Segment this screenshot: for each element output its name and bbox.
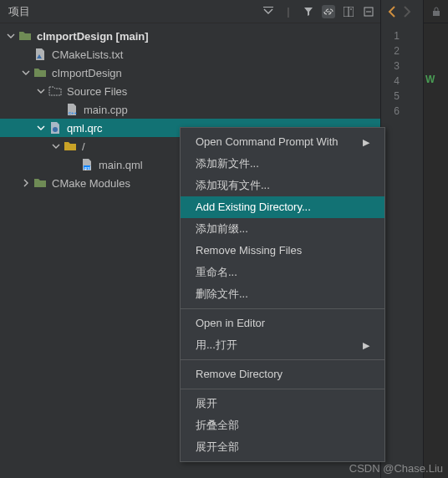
folder-icon — [64, 140, 77, 153]
menu-remove-directory[interactable]: Remove Directory — [181, 364, 384, 385]
cpp-file-icon: c++ — [65, 103, 79, 116]
chevron-right-icon[interactable] — [20, 177, 32, 189]
context-menu: Open Command Prompt With ▶ 添加新文件... 添加现有… — [180, 127, 385, 462]
tree-label: Source Files — [67, 85, 127, 98]
menu-delete-file[interactable]: 删除文件... — [181, 283, 384, 305]
tree-label: main.cpp — [84, 104, 128, 116]
project-folder-icon — [33, 66, 47, 79]
menu-open-in-editor[interactable]: Open in Editor — [181, 313, 384, 334]
project-folder-icon — [18, 29, 32, 43]
virtual-folder-icon — [48, 84, 62, 98]
code-area[interactable]: W — [423, 0, 448, 478]
editor-area: 1 2 3 4 5 6 W — [381, 0, 448, 478]
menu-rename[interactable]: 重命名... — [181, 262, 384, 283]
chevron-down-icon[interactable] — [35, 122, 47, 134]
menu-open-with[interactable]: 用...打开 ▶ — [181, 334, 384, 356]
chevron-right-icon: ▶ — [363, 131, 369, 153]
line-number: 6 — [381, 104, 406, 119]
menu-label: 折叠全部 — [196, 414, 239, 436]
filter-icon[interactable] — [302, 5, 315, 18]
menu-label: 删除文件... — [196, 283, 248, 305]
menu-label: Open in Editor — [196, 313, 265, 334]
menu-collapse-all[interactable]: 折叠全部 — [181, 414, 384, 436]
panel-header: 项目 | — [0, 0, 380, 23]
line-number: 3 — [381, 58, 406, 74]
collapse-icon[interactable] — [362, 5, 375, 18]
svg-point-7 — [53, 127, 58, 132]
split-icon[interactable] — [342, 5, 355, 18]
tree-row-sourcefiles[interactable]: Source Files — [0, 82, 380, 100]
menu-label: Remove Missing Files — [196, 240, 302, 262]
menu-add-prefix[interactable]: 添加前缀... — [181, 218, 384, 240]
menu-expand[interactable]: 展开 — [181, 393, 384, 414]
svg-rect-10 — [433, 11, 440, 16]
menu-label: 添加现有文件... — [196, 175, 270, 196]
svg-text:c++: c++ — [69, 110, 78, 115]
chevron-down-icon[interactable] — [5, 30, 17, 42]
menu-label: 添加前缀... — [196, 218, 248, 240]
chevron-down-icon[interactable] — [50, 140, 62, 152]
tree-label: / — [82, 140, 85, 153]
code-marker: W — [424, 74, 448, 89]
menu-add-new-file[interactable]: 添加新文件... — [181, 153, 384, 175]
tree-row-maincpp[interactable]: c++ main.cpp — [0, 100, 380, 119]
tree-label: CMakeLists.txt — [52, 48, 123, 61]
menu-add-existing-file[interactable]: 添加现有文件... — [181, 175, 384, 196]
menu-remove-missing[interactable]: Remove Missing Files — [181, 240, 384, 262]
menu-separator — [181, 389, 384, 389]
tree-row-subproject[interactable]: cImportDesign — [0, 64, 380, 82]
chevron-down-icon[interactable] — [20, 67, 32, 79]
nav-back-icon[interactable] — [388, 6, 396, 18]
tree-row-cmakelists[interactable]: CMakeLists.txt — [0, 45, 380, 64]
line-number: 1 — [381, 28, 406, 43]
menu-label: 展开全部 — [196, 436, 239, 458]
cmake-file-icon — [33, 48, 47, 61]
menu-label: Remove Directory — [196, 364, 283, 385]
select-icon[interactable] — [262, 5, 275, 18]
svg-text:qml: qml — [84, 165, 91, 170]
menu-add-existing-directory[interactable]: Add Existing Directory... — [181, 196, 384, 218]
lock-icon — [431, 7, 441, 17]
line-number: 5 — [381, 89, 406, 104]
chevron-down-icon[interactable] — [35, 85, 47, 97]
menu-label: Open Command Prompt With — [196, 131, 339, 153]
tree-label: CMake Modules — [52, 177, 130, 190]
tree-row-root[interactable]: cImportDesign [main] — [0, 27, 380, 45]
project-folder-icon — [33, 176, 47, 190]
line-numbers: 1 2 3 4 5 6 — [381, 23, 423, 119]
nav-forward-icon — [403, 6, 411, 18]
menu-label: 用...打开 — [196, 334, 237, 356]
link-icon[interactable] — [322, 5, 335, 18]
menu-open-command-prompt[interactable]: Open Command Prompt With ▶ — [181, 131, 384, 153]
menu-label: 添加新文件... — [196, 153, 259, 175]
panel-title: 项目 — [8, 4, 30, 19]
line-number: 4 — [381, 74, 406, 89]
qrc-file-icon — [48, 121, 62, 135]
qml-file-icon: qml — [80, 158, 94, 171]
tree-label: cImportDesign — [52, 67, 122, 79]
tree-label: cImportDesign [main] — [37, 30, 149, 43]
menu-separator — [181, 359, 384, 360]
menu-label: 重命名... — [196, 262, 237, 283]
watermark: CSDN @Chase.Liu — [349, 462, 443, 475]
chevron-right-icon: ▶ — [363, 334, 369, 356]
menu-separator — [181, 308, 384, 309]
svg-rect-0 — [263, 7, 273, 8]
line-number: 2 — [381, 43, 406, 58]
menu-label: 展开 — [196, 393, 217, 414]
menu-expand-all[interactable]: 展开全部 — [181, 436, 384, 458]
tree-label: qml.qrc — [67, 122, 103, 135]
menu-label: Add Existing Directory... — [196, 196, 311, 218]
divider-icon: | — [282, 5, 295, 18]
tree-label: main.qml — [99, 159, 143, 171]
